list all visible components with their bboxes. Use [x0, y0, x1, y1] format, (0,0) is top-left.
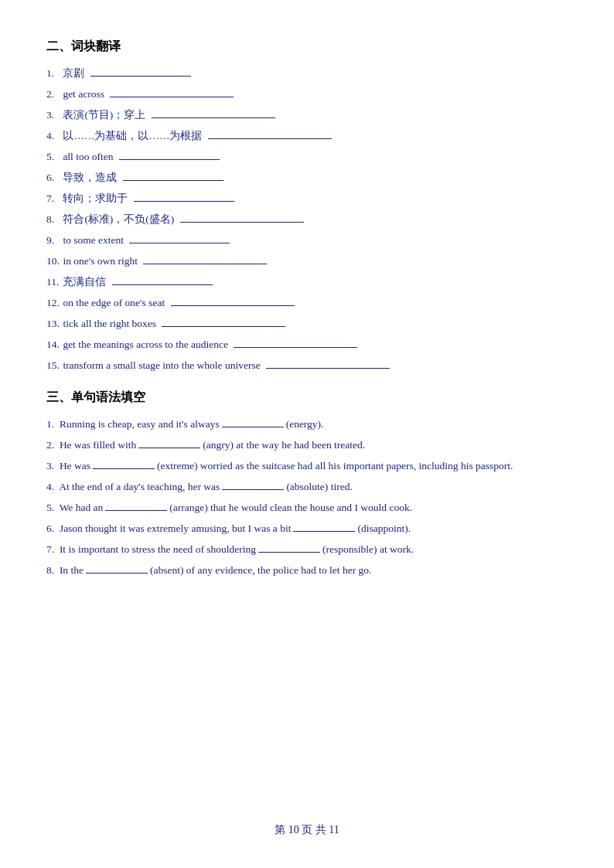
item-text: Running is cheap, easy and it's always(e… — [57, 418, 324, 430]
item-text: He was(extreme) worried as the suitcase … — [57, 460, 513, 471]
answer-blank — [171, 294, 295, 306]
item-num: 2. — [46, 83, 60, 104]
answer-blank — [138, 436, 200, 448]
grammar-item: 4. At the end of a day's teaching, her w… — [46, 476, 568, 497]
item-num: 6. — [46, 167, 60, 188]
item-num: 15. — [46, 355, 60, 376]
list-item: 14. get the meanings across to the audie… — [46, 334, 568, 355]
section-two-title: 二、词块翻译 — [46, 39, 568, 55]
item-num: 3. — [46, 460, 54, 471]
list-item: 7. 转向；求助于 — [46, 188, 568, 209]
grammar-item: 8. In the(absent) of any evidence, the p… — [46, 560, 568, 580]
item-num: 1. — [46, 418, 54, 430]
item-text: In the(absent) of any evidence, the poli… — [57, 564, 372, 576]
item-num: 11. — [46, 271, 60, 292]
answer-blank — [105, 499, 167, 511]
list-item: 1. 京剧 — [46, 63, 568, 83]
item-num: 2. — [46, 439, 54, 451]
item-num: 4. — [46, 125, 60, 146]
answer-blank — [222, 415, 284, 427]
list-item: 2. get across — [46, 83, 568, 104]
grammar-item: 2. He was filled with(angry) at the way … — [46, 434, 568, 455]
answer-blank — [162, 315, 285, 327]
answer-blank — [123, 168, 223, 181]
answer-blank — [119, 148, 220, 160]
answer-blank — [266, 356, 390, 369]
section-three: 三、单句语法填空 1. Running is cheap, easy and i… — [46, 390, 568, 580]
grammar-item: 6. Jason thought it was extremely amusin… — [46, 518, 568, 539]
item-text: transform a small stage into the whole u… — [60, 355, 263, 376]
answer-blank — [129, 231, 230, 243]
item-text: At the end of a day's teaching, her was(… — [57, 481, 353, 492]
item-num: 8. — [46, 564, 54, 576]
answer-blank — [208, 127, 332, 139]
list-item: 15. transform a small stage into the who… — [46, 355, 568, 376]
item-text: get across — [60, 83, 107, 104]
list-item: 3. 表演(节目)；穿上 — [46, 104, 568, 125]
grammar-item: 3. He was(extreme) worried as the suitca… — [46, 455, 568, 476]
section-three-title: 三、单句语法填空 — [46, 390, 568, 406]
item-text: 转向；求助于 — [60, 188, 131, 209]
grammar-item: 7. It is important to stress the need of… — [46, 539, 568, 560]
vocab-list: 1. 京剧 2. get across 3. 表演(节目)；穿上 4. 以……为… — [46, 63, 568, 376]
item-num: 5. — [46, 146, 60, 167]
item-text: all too often — [60, 146, 116, 167]
list-item: 5. all too often — [46, 146, 568, 167]
item-num: 13. — [46, 313, 60, 334]
item-text: get the meanings across to the audience — [60, 334, 230, 355]
item-text: It is important to stress the need of sh… — [57, 543, 414, 555]
answer-blank — [110, 85, 234, 97]
list-item: 9. to some extent — [46, 230, 568, 250]
answer-blank — [143, 252, 267, 264]
item-text: 导致，造成 — [60, 167, 120, 188]
list-item: 4. 以……为基础，以……为根据 — [46, 125, 568, 146]
item-num: 1. — [46, 63, 60, 83]
item-num: 14. — [46, 334, 60, 355]
item-text: to some extent — [60, 230, 126, 250]
item-num: 3. — [46, 104, 60, 125]
item-text: 表演(节目)；穿上 — [60, 104, 148, 125]
answer-blank — [93, 457, 155, 469]
answer-blank — [234, 335, 357, 348]
list-item: 13. tick all the right boxes — [46, 313, 568, 334]
answer-blank — [258, 540, 320, 553]
item-num: 7. — [46, 543, 54, 555]
answer-blank — [293, 519, 355, 532]
answer-blank — [90, 64, 191, 77]
page-footer: 第 10 页 共 11 — [0, 823, 614, 837]
list-item: 10. in one's own right — [46, 250, 568, 271]
answer-blank — [180, 210, 304, 223]
page-number: 第 10 页 共 11 — [275, 824, 339, 836]
list-item: 12. on the edge of one's seat — [46, 292, 568, 313]
item-num: 6. — [46, 523, 54, 534]
grammar-item: 1. Running is cheap, easy and it's alway… — [46, 414, 568, 434]
answer-blank — [152, 106, 275, 118]
item-num: 7. — [46, 188, 60, 209]
grammar-list: 1. Running is cheap, easy and it's alway… — [46, 414, 568, 580]
item-text: tick all the right boxes — [60, 313, 159, 334]
item-num: 5. — [46, 502, 54, 513]
item-text: We had an(arrange) that he would clean t… — [57, 502, 413, 513]
item-text: in one's own right — [60, 250, 140, 271]
item-num: 10. — [46, 250, 60, 271]
list-item: 6. 导致，造成 — [46, 167, 568, 188]
answer-blank — [112, 273, 213, 285]
item-num: 4. — [46, 481, 54, 492]
answer-blank — [134, 189, 234, 202]
item-text: 以……为基础，以……为根据 — [60, 125, 205, 146]
page: 二、词块翻译 1. 京剧 2. get across 3. 表演(节目)；穿上 … — [0, 0, 614, 868]
item-text: 符合(标准)，不负(盛名) — [60, 209, 177, 230]
item-num: 12. — [46, 292, 60, 313]
item-num: 8. — [46, 209, 60, 230]
item-text: 充满自信 — [60, 271, 109, 292]
item-text: He was filled with(angry) at the way he … — [57, 439, 366, 451]
section-two: 二、词块翻译 1. 京剧 2. get across 3. 表演(节目)；穿上 … — [46, 39, 568, 376]
answer-blank — [222, 478, 284, 490]
item-text: Jason thought it was extremely amusing, … — [57, 523, 411, 534]
list-item: 11. 充满自信 — [46, 271, 568, 292]
answer-blank — [86, 561, 148, 574]
grammar-item: 5. We had an(arrange) that he would clea… — [46, 497, 568, 518]
item-text: on the edge of one's seat — [60, 292, 168, 313]
item-num: 9. — [46, 230, 60, 250]
item-text: 京剧 — [60, 63, 87, 83]
